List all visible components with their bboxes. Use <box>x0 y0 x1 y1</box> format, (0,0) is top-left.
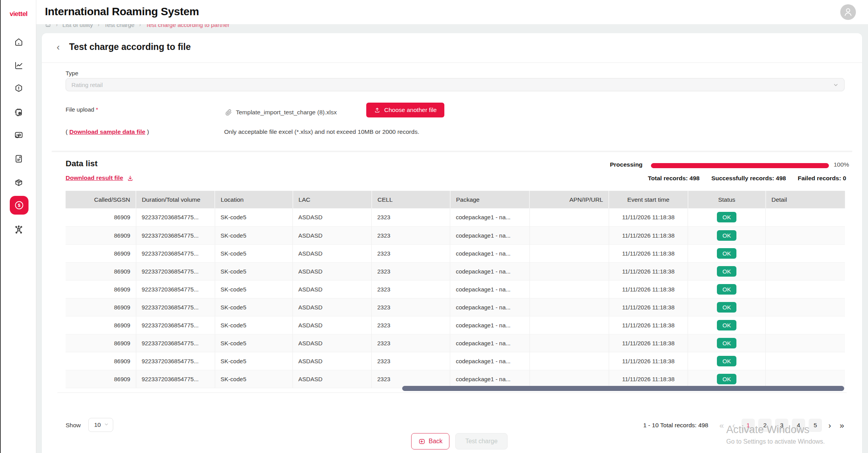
horizontal-scrollbar-thumb[interactable] <box>402 386 844 391</box>
table-cell: 11/11/2026 11:18:38 <box>609 298 688 316</box>
sidebar-item-documents[interactable] <box>14 154 24 164</box>
table-cell: 86909 <box>66 262 136 280</box>
money-icon: $ <box>14 200 25 211</box>
back-button[interactable]: Back <box>411 433 449 449</box>
last-page-button[interactable]: » <box>838 419 846 432</box>
column-header: Location <box>215 191 292 208</box>
network-icon <box>14 224 24 234</box>
table-cell: 2323 <box>372 370 450 388</box>
sidebar-item-home[interactable] <box>14 37 24 47</box>
sidebar-item-network[interactable] <box>14 224 24 234</box>
table-cell: 9223372036854775... <box>136 316 215 334</box>
table-cell: SK-code5 <box>215 370 292 388</box>
table-cell: 9223372036854775... <box>136 280 215 298</box>
column-header: Called/SGSN <box>66 191 136 208</box>
test-charge-button[interactable]: Test charge <box>455 433 508 449</box>
table-cell: ASDASD <box>293 298 372 316</box>
table-cell: 9223372036854775... <box>136 370 215 388</box>
table-cell: codepackage1 - na... <box>450 352 529 370</box>
sidebar-item-alerts[interactable] <box>14 83 24 94</box>
column-header: Package <box>450 191 529 208</box>
table-cell: SK-code5 <box>215 244 292 262</box>
table-row: 869099223372036854775...SK-code5ASDASD23… <box>66 352 845 370</box>
table-cell: 86909 <box>66 370 136 388</box>
table-row: 869099223372036854775...SK-code5ASDASD23… <box>66 262 845 280</box>
data-table: Called/SGSNDuration/Total volumeLocation… <box>66 191 845 388</box>
table-cell: OK <box>688 370 766 388</box>
next-page-button[interactable]: › <box>825 419 834 432</box>
page-button[interactable]: 4 <box>792 419 805 432</box>
table-cell: SK-code5 <box>215 226 292 244</box>
table-cell: 2323 <box>372 316 450 334</box>
table-cell: ASDASD <box>293 208 372 226</box>
table-cell: 9223372036854775... <box>136 226 215 244</box>
sidebar-item-analytics[interactable] <box>14 60 24 71</box>
page-button[interactable]: 3 <box>775 419 788 432</box>
cpu-gear-icon <box>14 107 24 117</box>
page-button[interactable]: 5 <box>809 419 822 432</box>
sidebar-item-system[interactable] <box>14 107 24 117</box>
first-page-button[interactable]: « <box>717 419 726 432</box>
table-cell: OK <box>688 208 766 226</box>
failed-records: Failed records: 0 <box>798 175 846 182</box>
table-cell <box>529 280 609 298</box>
status-badge: OK <box>717 212 736 222</box>
uploaded-file: Template_import_test_charge (8).xlsx <box>225 109 337 116</box>
processing-label: Processing <box>610 161 643 168</box>
table-cell: codepackage1 - na... <box>450 280 529 298</box>
status-badge: OK <box>717 302 736 313</box>
download-sample-link[interactable]: Download sample data file <box>69 128 145 135</box>
table-row: 869099223372036854775...SK-code5ASDASD23… <box>66 316 845 334</box>
alert-hexagon-icon <box>14 83 24 94</box>
download-result-link[interactable]: Download result file <box>66 174 134 181</box>
table-cell: 86909 <box>66 298 136 316</box>
table-cell: codepackage1 - na... <box>450 262 529 280</box>
prev-page-button[interactable]: ‹ <box>729 419 738 432</box>
table-cell: 11/11/2026 11:18:38 <box>609 370 688 388</box>
analytics-icon <box>14 60 24 71</box>
page-size-select[interactable]: 10 <box>88 418 113 432</box>
table-cell: OK <box>688 280 766 298</box>
table-cell <box>529 298 609 316</box>
table-cell <box>529 208 609 226</box>
show-label: Show <box>66 422 81 429</box>
type-select[interactable]: Rating retail <box>66 78 845 91</box>
status-badge: OK <box>717 338 736 348</box>
progress-bar <box>651 163 829 168</box>
table-cell: 86909 <box>66 280 136 298</box>
table-cell: 11/11/2026 11:18:38 <box>609 316 688 334</box>
page-button[interactable]: 1 <box>741 419 755 432</box>
table-cell: OK <box>688 226 766 244</box>
table-cell: 9223372036854775... <box>136 244 215 262</box>
table-cell: SK-code5 <box>215 316 292 334</box>
table-cell: SK-code5 <box>215 352 292 370</box>
table-cell: 86909 <box>66 226 136 244</box>
table-cell: OK <box>688 334 766 352</box>
table-row: 869099223372036854775...SK-code5ASDASD23… <box>66 280 845 298</box>
table-cell: 11/11/2026 11:18:38 <box>609 262 688 280</box>
type-select-value: Rating retail <box>71 82 103 88</box>
sidebar-item-billing[interactable]: $ <box>10 196 29 215</box>
table-row: 869099223372036854775...SK-code5ASDASD23… <box>66 298 845 316</box>
table-cell: codepackage1 - na... <box>450 226 529 244</box>
table-cell <box>766 280 845 298</box>
table-cell: 86909 <box>66 208 136 226</box>
page-button[interactable]: 2 <box>758 419 772 432</box>
table-cell: 9223372036854775... <box>136 262 215 280</box>
sidebar-item-monitor[interactable] <box>14 130 24 140</box>
table-cell <box>529 334 609 352</box>
column-header: Status <box>688 191 766 208</box>
table-header-row: Called/SGSNDuration/Total volumeLocation… <box>66 191 845 208</box>
sidebar-item-packages[interactable] <box>14 178 24 188</box>
user-icon <box>840 4 856 20</box>
required-mark: * <box>96 106 98 113</box>
choose-another-file-button[interactable]: Choose another file <box>366 103 444 117</box>
table-cell: codepackage1 - na... <box>450 298 529 316</box>
table-cell: codepackage1 - na... <box>450 334 529 352</box>
back-chevron-icon[interactable]: ‹ <box>57 42 60 53</box>
table-cell: ASDASD <box>293 334 372 352</box>
page-size-value: 10 <box>94 421 101 428</box>
home-icon <box>14 37 24 47</box>
table-cell <box>529 352 609 370</box>
user-avatar[interactable] <box>840 4 856 20</box>
